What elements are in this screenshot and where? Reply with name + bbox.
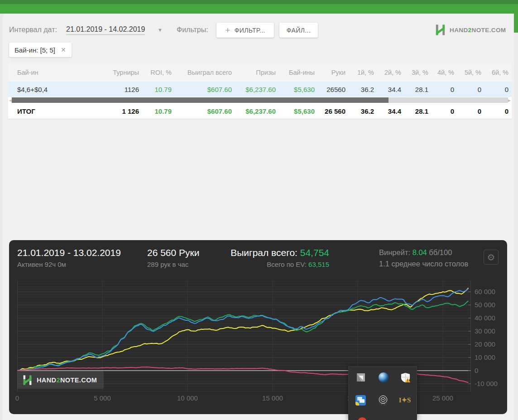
- brand-logo: HAND2NOTE.COM: [434, 24, 506, 36]
- target-rings-icon[interactable]: [378, 395, 388, 406]
- hand2note-h-icon: [22, 374, 33, 386]
- y-tick-label: 40 000: [475, 314, 495, 322]
- y-tick-label: 0: [475, 367, 478, 374]
- windows-security-shield-icon[interactable]: [400, 372, 411, 383]
- y-tick-label: -10 000: [475, 380, 498, 387]
- column-header[interactable]: 4й, %: [436, 63, 461, 82]
- table-cell: $607.60: [179, 82, 239, 97]
- panel-active-time: Активен 92ч 0м: [17, 261, 121, 268]
- table-cell: 28.1: [408, 103, 436, 119]
- x-tick-label: 5 000: [82, 394, 123, 402]
- x-tick-label: 0: [0, 394, 38, 402]
- x-tick-label: 15 000: [252, 394, 293, 402]
- page-scrollbar-thumb[interactable]: [514, 14, 518, 33]
- blue-sphere-icon[interactable]: [378, 372, 389, 383]
- table-cell: 36.2: [353, 82, 381, 97]
- red-dot-icon[interactable]: [357, 416, 368, 420]
- hand2note-h-icon: [434, 24, 446, 36]
- x-tick-label: 10 000: [167, 394, 208, 402]
- page-scrollbar[interactable]: [514, 14, 518, 420]
- y-tick-label: 60 000: [475, 288, 495, 295]
- date-dropdown-caret-icon[interactable]: ▼: [158, 27, 163, 33]
- remote-desktop-icon[interactable]: [355, 395, 366, 406]
- date-interval-value[interactable]: 21.01.2019 - 14.02.2019: [66, 25, 145, 35]
- table-cell: ИТОГ: [8, 103, 103, 119]
- table-cell: 0: [436, 103, 461, 119]
- panel-hands-count: 26 560 Руки: [147, 247, 200, 258]
- graph-settings-gear-icon[interactable]: ⚙: [484, 250, 499, 265]
- table-cell: 0: [489, 103, 512, 119]
- filters-label: Фильтры:: [177, 26, 208, 34]
- file-button[interactable]: ФАЙЛ...: [279, 23, 318, 38]
- column-header[interactable]: Турниры: [103, 63, 146, 82]
- table-cell: 0: [436, 82, 461, 97]
- filter-chip-buyin[interactable]: Бай-ин: [5; 5] ✕: [9, 43, 72, 57]
- file-transfer-icon[interactable]: [355, 372, 366, 383]
- gold-hs-icon[interactable]: I✦S: [399, 395, 410, 406]
- table-cell: 0: [489, 82, 512, 97]
- table-cell: 0: [461, 103, 489, 119]
- y-tick-label: 10 000: [475, 353, 495, 361]
- table-cell: $4,6+$0,4: [8, 82, 103, 97]
- column-header[interactable]: Выиграл всего: [179, 63, 239, 82]
- graph-panel: 21.01.2019 - 13.02.2019 Активен 92ч 0м 2…: [9, 240, 507, 414]
- panel-won-total: Выиграл всего: 54,754: [215, 247, 329, 258]
- chart-watermark: HAND2NOTE.COM: [17, 371, 104, 389]
- column-header[interactable]: ROI, %: [146, 63, 179, 82]
- table-cell: $6,237.60: [239, 82, 283, 97]
- table-cell: 36.2: [353, 103, 381, 119]
- table-totals-row: ИТОГ1 12610.79$607.60$6,237.60$5,63026 5…: [8, 103, 512, 119]
- add-filter-button[interactable]: + ФИЛЬТР...: [216, 23, 274, 38]
- column-header[interactable]: Бай-ин: [8, 63, 103, 82]
- table-cell: 28.1: [408, 82, 436, 97]
- y-tick-label: 20 000: [475, 340, 495, 348]
- title-bar: [0, 0, 518, 4]
- panel-date-range: 21.01.2019 - 13.02.2019: [17, 247, 121, 258]
- table-cell: 10.79: [146, 82, 179, 97]
- table-cell: 34.4: [381, 103, 408, 119]
- table-row[interactable]: $4,6+$0,4112610.79$607.60$6,237.60$5,630…: [8, 82, 512, 97]
- app-header-bar: [0, 4, 518, 14]
- table-cell: 26 560: [322, 103, 353, 119]
- column-header[interactable]: Бай-ины: [283, 63, 322, 82]
- column-header[interactable]: 1й, %: [353, 63, 381, 82]
- chip-close-icon[interactable]: ✕: [61, 46, 66, 53]
- table-cell: $607.60: [179, 103, 239, 119]
- panel-hands-per-hour: 289 рук в час: [147, 261, 200, 268]
- panel-avg-tables: 1.1 среднее число столов: [379, 260, 468, 268]
- column-header[interactable]: 2й, %: [381, 63, 408, 82]
- table-cell: $5,630: [283, 103, 322, 119]
- column-header[interactable]: 6й, %: [489, 63, 512, 82]
- panel-winrate: Винрейт: 8.04 бб/100: [379, 248, 468, 257]
- yellow-line: [17, 288, 468, 371]
- table-cell: 1 126: [103, 103, 146, 119]
- column-header[interactable]: Призы: [239, 63, 283, 82]
- table-cell: 10.79: [146, 103, 179, 119]
- column-header[interactable]: 5й, %: [461, 63, 489, 82]
- date-interval-label: Интервал дат:: [9, 26, 57, 34]
- table-cell: 1126: [103, 82, 146, 97]
- y-tick-label: 50 000: [475, 301, 495, 309]
- column-header[interactable]: 3й, %: [408, 63, 436, 82]
- system-tray-popup: I✦S: [348, 366, 417, 420]
- table-cell: 34.4: [381, 82, 408, 97]
- results-table: Бай-инТурнирыROI, %Выиграл всегоПризыБай…: [8, 63, 512, 119]
- column-header[interactable]: Руки: [322, 63, 353, 82]
- plus-icon: +: [225, 26, 230, 34]
- table-cell: $6,237.60: [239, 103, 283, 119]
- table-cell: 26560: [322, 82, 353, 97]
- x-tick-label: 25 000: [422, 394, 463, 402]
- table-header-row: Бай-инТурнирыROI, %Выиграл всегоПризыБай…: [8, 63, 512, 82]
- panel-ev-total: Всего по EV: 63,515: [215, 261, 329, 268]
- main-content-card: Интервал дат: 21.01.2019 - 14.02.2019 ▼ …: [3, 14, 514, 420]
- scrollbar-thumb[interactable]: [12, 97, 388, 103]
- scroll-right-arrow-icon[interactable]: ►: [507, 98, 512, 103]
- y-tick-label: 30 000: [475, 327, 495, 335]
- table-cell: $5,630: [283, 82, 322, 97]
- table-horizontal-scrollbar[interactable]: ◄ ►: [8, 97, 512, 103]
- table-cell: 0: [461, 82, 489, 97]
